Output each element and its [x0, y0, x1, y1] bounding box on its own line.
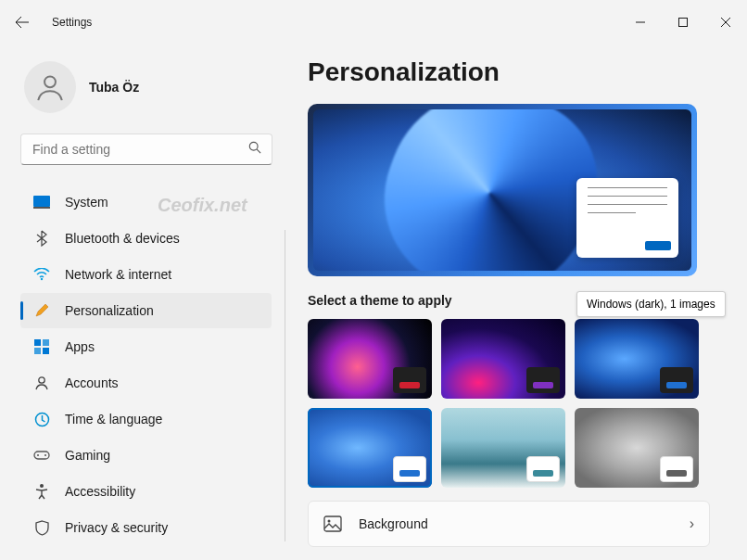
minimize-button[interactable] [619, 7, 662, 37]
shield-icon [33, 519, 50, 536]
svg-point-1 [44, 76, 56, 87]
theme-tooltip: Windows (dark), 1 images [576, 291, 726, 317]
nav-label: Apps [65, 339, 95, 354]
theme-option-6[interactable] [575, 408, 699, 488]
nav-label: System [65, 195, 108, 210]
sidebar-divider [285, 230, 285, 541]
svg-rect-0 [679, 19, 688, 27]
svg-rect-6 [34, 339, 41, 346]
svg-rect-4 [33, 207, 50, 209]
back-button[interactable] [13, 13, 32, 32]
search-icon [248, 141, 261, 158]
svg-point-2 [249, 142, 258, 150]
nav-item-bluetooth[interactable]: Bluetooth & devices [20, 221, 272, 256]
nav-item-system[interactable]: System [20, 185, 272, 220]
maximize-button[interactable] [662, 7, 704, 37]
svg-point-15 [40, 484, 44, 488]
svg-point-5 [41, 278, 43, 280]
search-input[interactable] [20, 134, 272, 165]
chevron-right-icon: › [690, 515, 694, 532]
nav-label: Network & internet [65, 267, 171, 282]
accessibility-icon [33, 483, 50, 500]
gamepad-icon [33, 447, 50, 464]
preview-window [576, 178, 678, 258]
theme-option-1[interactable] [308, 319, 432, 399]
setting-title: Background [359, 516, 673, 531]
svg-rect-7 [43, 339, 49, 346]
page-title: Personalization [308, 57, 719, 87]
person-icon [33, 375, 50, 391]
nav-item-gaming[interactable]: Gaming [20, 438, 272, 473]
svg-rect-8 [34, 348, 41, 354]
nav-item-time[interactable]: Time & language [20, 401, 272, 437]
nav-item-personalization[interactable]: Personalization [20, 293, 272, 328]
nav-label: Privacy & security [65, 520, 168, 535]
nav-label: Gaming [65, 448, 110, 463]
nav-label: Accounts [65, 375, 119, 390]
nav-label: Time & language [65, 412, 162, 426]
picture-icon [323, 515, 342, 533]
svg-rect-9 [43, 348, 49, 354]
svg-point-17 [328, 520, 331, 523]
window-title: Settings [52, 16, 92, 29]
svg-point-13 [37, 454, 39, 456]
svg-rect-16 [324, 516, 341, 531]
nav-item-accounts[interactable]: Accounts [20, 365, 272, 401]
nav-item-network[interactable]: Network & internet [20, 257, 272, 292]
user-name: Tuba Öz [89, 80, 139, 95]
nav-label: Bluetooth & devices [65, 231, 180, 246]
nav-item-privacy[interactable]: Privacy & security [20, 510, 272, 545]
background-setting-row[interactable]: Background › [308, 501, 710, 547]
paintbrush-icon [33, 302, 50, 319]
theme-option-4[interactable] [308, 408, 432, 488]
theme-option-3[interactable] [575, 319, 699, 399]
bluetooth-icon [33, 230, 50, 247]
nav-item-accessibility[interactable]: Accessibility [20, 474, 272, 509]
svg-point-10 [39, 377, 44, 383]
system-icon [33, 194, 50, 210]
user-account-row[interactable]: Tuba Öz [17, 56, 276, 134]
svg-rect-3 [33, 196, 50, 207]
nav-list: System Bluetooth & devices Network & int… [17, 184, 276, 546]
apps-icon [33, 338, 50, 355]
svg-rect-12 [34, 452, 49, 459]
theme-option-2[interactable] [441, 319, 565, 399]
close-button[interactable] [704, 7, 747, 37]
nav-item-apps[interactable]: Apps [20, 329, 272, 364]
wifi-icon [33, 266, 50, 283]
nav-label: Personalization [65, 303, 154, 318]
svg-point-14 [44, 454, 46, 456]
theme-option-5[interactable] [441, 408, 565, 488]
nav-label: Accessibility [65, 484, 135, 499]
desktop-preview [308, 104, 697, 276]
theme-grid: Windows (dark), 1 images [308, 319, 715, 488]
avatar [24, 61, 76, 113]
clock-icon [33, 411, 50, 427]
